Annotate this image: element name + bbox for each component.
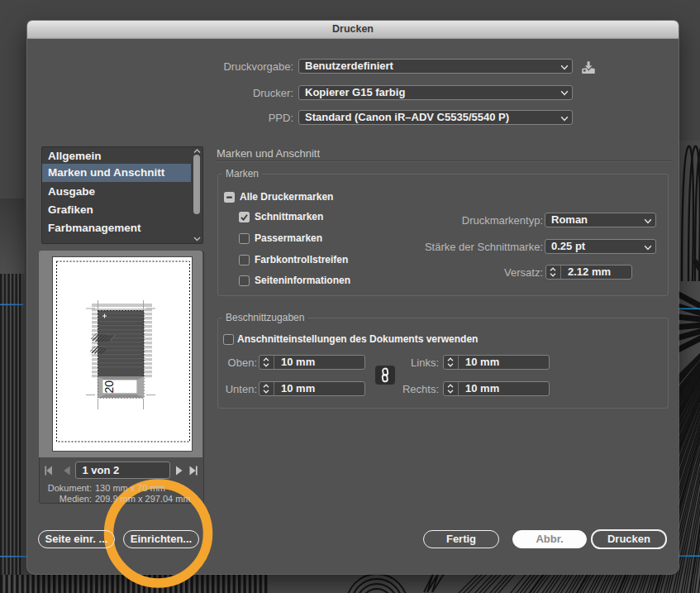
svg-text:20: 20 [102,380,116,394]
